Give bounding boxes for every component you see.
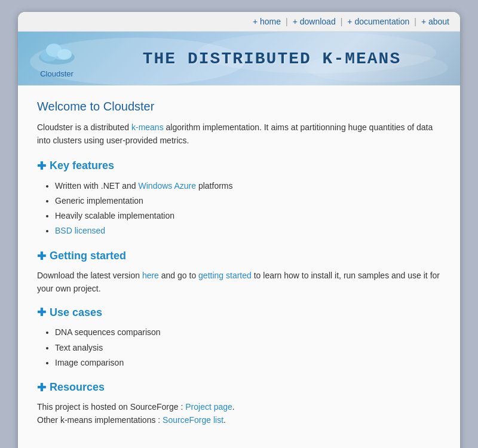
list-item: Written with .NET and Windows Azure plat…: [55, 179, 441, 194]
kmeans-link[interactable]: k-means: [131, 122, 164, 132]
resources-para: This project is hosted on SourceForge : …: [37, 400, 441, 427]
project-page-link[interactable]: Project page: [185, 402, 232, 412]
nav-home[interactable]: + home: [253, 17, 281, 26]
getting-started-plus-icon: ✚: [37, 250, 46, 263]
getting-started-label: Getting started: [50, 250, 126, 262]
key-features-plus-icon: ✚: [37, 159, 46, 173]
res-line1-after: .: [232, 402, 235, 412]
main-content: Welcome to Cloudster Cloudster is a dist…: [18, 85, 460, 448]
res-line2-after: .: [223, 415, 226, 425]
list-item: Text analysis: [55, 340, 441, 355]
logo-label: Cloudster: [40, 69, 73, 78]
header-banner: Cloudster THE DISTRIBUTED K-MEANS: [18, 32, 460, 85]
getting-started-link[interactable]: getting started: [198, 271, 252, 280]
nav-bar: + home | + download | + documentation | …: [18, 12, 460, 32]
nav-sep-3: |: [414, 17, 416, 26]
list-item: DNA sequences comparison: [55, 325, 441, 340]
gs-text-middle: and go to: [159, 271, 198, 280]
gs-text-before: Download the latest version: [37, 271, 142, 280]
intro-text-before: Cloudster is a distributed: [37, 122, 131, 132]
welcome-title: Welcome to Cloudster: [37, 100, 441, 113]
use-cases-label: Use cases: [50, 306, 102, 319]
key-features-section: ✚ Key features Written with .NET and Win…: [37, 159, 441, 239]
nav-documentation[interactable]: + documentation: [347, 17, 409, 26]
list-item: BSD licensed: [55, 223, 441, 238]
resources-heading: ✚ Resources: [37, 381, 441, 394]
windows-azure-link[interactable]: Windows Azure: [139, 181, 196, 191]
use-cases-section: ✚ Use cases DNA sequences comparison Tex…: [37, 306, 441, 370]
getting-started-para: Download the latest version here and go …: [37, 269, 441, 296]
list-item: Generic implementation: [55, 194, 441, 208]
res-line2-before: Other k-means implementations :: [37, 415, 163, 425]
use-cases-plus-icon: ✚: [37, 306, 46, 319]
cloud-icon: [36, 39, 78, 68]
res-line1-before: This project is hosted on SourceForge :: [37, 402, 185, 412]
key-features-label: Key features: [50, 159, 114, 172]
key-features-heading: ✚ Key features: [37, 159, 441, 173]
getting-started-section: ✚ Getting started Download the latest ve…: [37, 250, 441, 296]
banner-title: THE DISTRIBUTED K-MEANS: [96, 50, 460, 68]
nav-sep-1: |: [286, 17, 288, 26]
page-wrapper: + home | + download | + documentation | …: [18, 12, 460, 448]
bsd-licensed-link[interactable]: BSD licensed: [55, 226, 105, 235]
nav-about[interactable]: + about: [421, 17, 449, 26]
nav-download[interactable]: + download: [293, 17, 336, 26]
use-cases-list: DNA sequences comparison Text analysis I…: [55, 325, 441, 370]
resources-label: Resources: [50, 381, 105, 394]
list-item: Heavily scalable implementation: [55, 208, 441, 223]
here-link[interactable]: here: [142, 271, 159, 280]
resources-section: ✚ Resources This project is hosted on So…: [37, 381, 441, 427]
getting-started-heading: ✚ Getting started: [37, 250, 441, 263]
use-cases-heading: ✚ Use cases: [37, 306, 441, 319]
list-item: Image comparison: [55, 355, 441, 370]
nav-sep-2: |: [341, 17, 343, 26]
key-features-list: Written with .NET and Windows Azure plat…: [55, 179, 441, 239]
intro-paragraph: Cloudster is a distributed k-means algor…: [37, 121, 441, 148]
sourceforge-list-link[interactable]: SourceForge list: [163, 415, 223, 425]
svg-point-4: [57, 49, 72, 60]
resources-plus-icon: ✚: [37, 381, 46, 394]
logo-area: Cloudster: [18, 33, 96, 84]
